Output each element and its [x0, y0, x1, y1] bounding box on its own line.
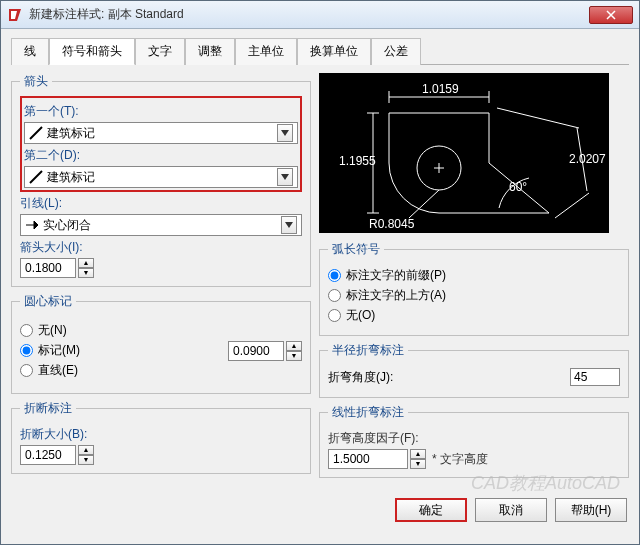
first-arrow-combo[interactable]: 建筑标记 [24, 122, 298, 144]
center-size-input[interactable] [228, 341, 284, 361]
spin-up[interactable]: ▲ [78, 258, 94, 268]
break-size-input[interactable] [20, 445, 76, 465]
svg-text:1.1955: 1.1955 [339, 154, 376, 168]
arch-tick-icon [29, 170, 43, 184]
spin-down[interactable]: ▼ [410, 459, 426, 469]
jog-height-spinner[interactable]: ▲▼ [328, 449, 426, 469]
leader-combo[interactable]: 实心闭合 [20, 214, 302, 236]
break-size-label: 折断大小(B): [20, 426, 302, 443]
jog-angle-label: 折弯角度(J): [328, 369, 393, 386]
tab-fit[interactable]: 调整 [185, 38, 235, 65]
center-none-radio[interactable]: 无(N) [20, 322, 80, 339]
tab-lines[interactable]: 线 [11, 38, 49, 65]
center-size-spinner[interactable]: ▲▼ [228, 341, 302, 361]
help-button[interactable]: 帮助(H) [555, 498, 627, 522]
svg-line-12 [555, 193, 589, 218]
arc-length-group: 弧长符号 标注文字的前缀(P) 标注文字的上方(A) 无(O) [319, 241, 629, 336]
arrowheads-legend: 箭头 [20, 73, 52, 90]
center-line-radio[interactable]: 直线(E) [20, 362, 80, 379]
second-arrow-label: 第二个(D): [24, 147, 298, 164]
break-size-spinner[interactable]: ▲▼ [20, 445, 94, 465]
arrow-size-input[interactable] [20, 258, 76, 278]
svg-text:1.0159: 1.0159 [422, 82, 459, 96]
tab-tolerance[interactable]: 公差 [371, 38, 421, 65]
dim-break-group: 折断标注 折断大小(B): ▲▼ [11, 400, 311, 474]
cancel-button[interactable]: 取消 [475, 498, 547, 522]
center-mark-radio[interactable]: 标记(M) [20, 342, 80, 359]
arrow-size-label: 箭头大小(I): [20, 239, 302, 256]
tab-strip: 线 符号和箭头 文字 调整 主单位 换算单位 公差 [11, 37, 629, 65]
tab-symbols-arrows[interactable]: 符号和箭头 [49, 38, 135, 65]
tab-text[interactable]: 文字 [135, 38, 185, 65]
arc-above-radio[interactable]: 标注文字的上方(A) [328, 287, 620, 304]
chevron-down-icon [281, 216, 297, 234]
arc-length-legend: 弧长符号 [328, 241, 384, 258]
window-title: 新建标注样式: 副本 Standard [29, 6, 589, 23]
center-marks-legend: 圆心标记 [20, 293, 76, 310]
arrowheads-group: 箭头 第一个(T): 建筑标记 第二个(D): 建筑标记 [11, 73, 311, 287]
dim-break-legend: 折断标注 [20, 400, 76, 417]
linear-jog-legend: 线性折弯标注 [328, 404, 408, 421]
close-button[interactable] [589, 6, 633, 24]
preview-pane: 1.0159 1.1955 2.0207 60° R0.8045 [319, 73, 609, 233]
arc-prefix-radio[interactable]: 标注文字的前缀(P) [328, 267, 620, 284]
second-arrow-combo[interactable]: 建筑标记 [24, 166, 298, 188]
jog-height-label: 折弯高度因子(F): [328, 430, 620, 447]
center-marks-group: 圆心标记 无(N) 标记(M) 直线(E) ▲▼ [11, 293, 311, 394]
leader-label: 引线(L): [20, 195, 302, 212]
svg-text:R0.8045: R0.8045 [369, 217, 415, 231]
svg-line-11 [497, 108, 579, 128]
ok-button[interactable]: 确定 [395, 498, 467, 522]
spin-up[interactable]: ▲ [410, 449, 426, 459]
radius-jog-group: 半径折弯标注 折弯角度(J): [319, 342, 629, 398]
svg-text:2.0207: 2.0207 [569, 152, 606, 166]
tab-primary-units[interactable]: 主单位 [235, 38, 297, 65]
svg-line-1 [30, 171, 42, 183]
svg-text:60°: 60° [509, 180, 527, 194]
linear-jog-group: 线性折弯标注 折弯高度因子(F): ▲▼ * 文字高度 [319, 404, 629, 478]
spin-down[interactable]: ▼ [78, 455, 94, 465]
jog-height-suffix: * 文字高度 [432, 451, 488, 468]
jog-height-input[interactable] [328, 449, 408, 469]
tab-alt-units[interactable]: 换算单位 [297, 38, 371, 65]
spin-down[interactable]: ▼ [286, 351, 302, 361]
spin-up[interactable]: ▲ [286, 341, 302, 351]
radius-jog-legend: 半径折弯标注 [328, 342, 408, 359]
arrow-size-spinner[interactable]: ▲▼ [20, 258, 94, 278]
app-icon [7, 7, 23, 23]
first-arrow-label: 第一个(T): [24, 103, 298, 120]
spin-up[interactable]: ▲ [78, 445, 94, 455]
spin-down[interactable]: ▼ [78, 268, 94, 278]
chevron-down-icon [277, 124, 293, 142]
svg-line-0 [30, 127, 42, 139]
svg-line-14 [409, 190, 439, 218]
jog-angle-input[interactable] [570, 368, 620, 386]
chevron-down-icon [277, 168, 293, 186]
arc-none-radio[interactable]: 无(O) [328, 307, 620, 324]
arch-tick-icon [29, 126, 43, 140]
filled-arrow-icon [25, 218, 39, 232]
